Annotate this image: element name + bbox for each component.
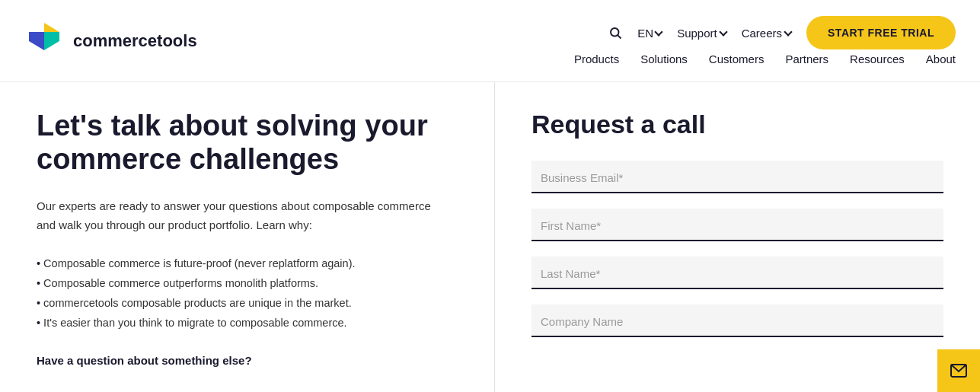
support-button[interactable]: Support [677,27,726,40]
right-panel: Request a call [495,82,980,392]
svg-marker-0 [44,23,59,32]
main-content: Let's talk about solving your commerce c… [0,82,980,392]
form-heading: Request a call [531,110,943,139]
email-group [531,161,943,193]
svg-marker-1 [29,32,44,50]
last-name-group [531,257,943,289]
request-call-form [531,161,943,337]
list-item: commercetools composable products are un… [37,293,458,313]
first-name-group [531,209,943,241]
question-text: Have a question about something else? [37,354,458,367]
svg-point-3 [611,28,619,37]
main-heading: Let's talk about solving your commerce c… [37,110,458,176]
float-email-button[interactable] [937,349,980,392]
subtext: Our experts are ready to answer your que… [37,197,433,235]
svg-marker-2 [44,32,59,50]
logo-icon [24,21,64,61]
nav-products[interactable]: Products [574,53,619,65]
lang-chevron-icon [654,27,662,36]
careers-button[interactable]: Careers [742,27,791,40]
first-name-input[interactable] [531,209,943,241]
start-free-trial-button[interactable]: START FREE TRIAL [806,16,956,49]
left-panel: Let's talk about solving your commerce c… [0,82,495,392]
nav-resources[interactable]: Resources [850,53,905,65]
email-icon [950,362,968,380]
language-button[interactable]: EN [637,27,662,40]
nav-partners[interactable]: Partners [785,53,828,65]
list-item: It's easier than you think to migrate to… [37,313,458,333]
lang-label: EN [637,27,653,40]
nav-solutions[interactable]: Solutions [640,53,688,65]
search-button[interactable] [608,26,622,40]
logo-text: commercetools [73,31,197,51]
header: commercetools EN Support Careers ST [0,0,980,82]
nav-about[interactable]: About [926,53,956,65]
list-item: Composable commerce outperforms monolith… [37,273,458,293]
header-right: EN Support Careers START FREE TRIAL Prod… [574,16,956,65]
careers-label: Careers [742,27,782,40]
nav-customers[interactable]: Customers [709,53,765,65]
company-name-input[interactable] [531,304,943,337]
support-chevron-icon [719,27,727,36]
list-item: Composable commerce is future-proof (nev… [37,253,458,273]
last-name-input[interactable] [531,257,943,289]
svg-line-4 [618,35,621,38]
search-icon [608,26,622,40]
company-name-group [531,304,943,337]
careers-chevron-icon [784,27,792,36]
bullet-list: Composable commerce is future-proof (nev… [37,253,458,333]
logo-area: commercetools [24,21,197,61]
support-label: Support [677,27,717,40]
business-email-input[interactable] [531,161,943,193]
main-nav: Products Solutions Customers Partners Re… [574,53,956,65]
header-top-row: EN Support Careers START FREE TRIAL [608,16,956,49]
